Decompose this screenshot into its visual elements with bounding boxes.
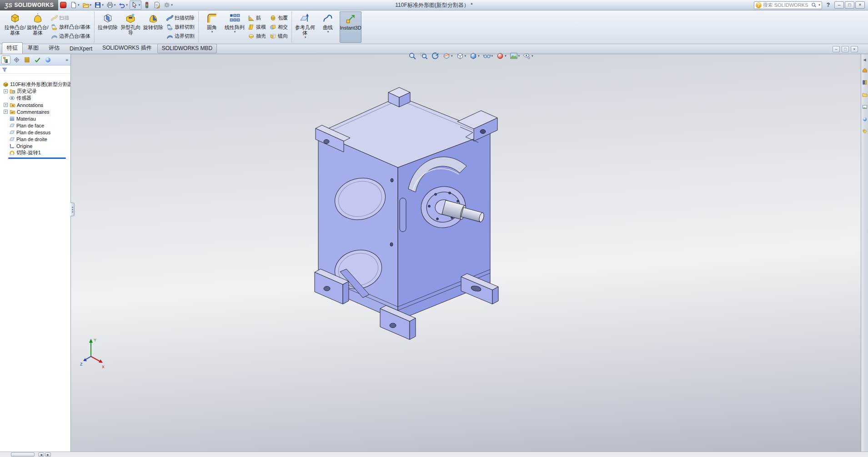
wrap-button[interactable]: 包覆 <box>268 14 289 23</box>
design-library-button[interactable] <box>862 80 868 86</box>
search-caret-icon[interactable]: ▾ <box>818 3 820 7</box>
hole-wizard-button[interactable]: 异型孔向导 <box>120 11 141 43</box>
tab-mbd[interactable]: SOLIDWORKS MBD <box>157 44 217 53</box>
tree-item-annotations[interactable]: + Annotations <box>0 102 70 108</box>
extrude-boss-button[interactable]: 拉伸凸台/基体 <box>4 11 26 43</box>
swept-boss-button[interactable]: 扫描 <box>50 14 92 23</box>
edit-appearance-button[interactable]: ▾ <box>496 52 507 60</box>
curves-button[interactable]: 曲线 ▾ <box>317 11 339 43</box>
rebuild-button[interactable] <box>142 0 151 10</box>
property-manager-tab[interactable] <box>12 56 21 64</box>
undo-button[interactable]: ▾ <box>117 0 129 10</box>
options-button[interactable]: ▾ <box>162 0 174 10</box>
lofted-cut-button[interactable]: 放样切割 <box>165 23 196 32</box>
search-input[interactable]: ? 搜索 SOLIDWORKS 帮助 ▾ <box>754 1 822 9</box>
scroll-right-icon[interactable]: ▶ <box>45 452 51 457</box>
maximize-button[interactable]: □ <box>845 1 854 9</box>
open-button[interactable]: ▾ <box>81 0 93 10</box>
section-view-button[interactable]: ▾ <box>442 52 453 60</box>
comments-folder-icon <box>10 109 15 115</box>
expander-icon[interactable]: + <box>4 110 8 114</box>
tree-item-sensors[interactable]: 传感器 <box>0 95 70 102</box>
close-button[interactable]: × <box>855 1 865 9</box>
search-icon[interactable] <box>811 2 817 8</box>
tab-addins[interactable]: SOLIDWORKS 插件 <box>97 42 157 54</box>
intersect-button[interactable]: 相交 <box>268 23 289 32</box>
feature-manager-tab[interactable] <box>1 56 10 64</box>
rib-button[interactable]: 筋 <box>246 14 267 23</box>
task-pane-collapse-icon[interactable]: ◀ <box>863 58 866 62</box>
lofted-boss-button[interactable]: 放样凸台/基体 <box>50 23 92 32</box>
swept-cut-button[interactable]: 扫描切除 <box>165 14 196 23</box>
new-document-button[interactable]: ▾ <box>69 0 80 10</box>
fillet-caret-icon[interactable]: ▾ <box>211 30 213 34</box>
tree-item-origin[interactable]: Origine <box>0 142 70 149</box>
draft-button[interactable]: 拔模 <box>246 23 267 32</box>
save-button[interactable]: ▾ <box>93 0 105 10</box>
display-style-button[interactable]: ▾ <box>469 52 480 60</box>
tree-item-front-plane[interactable]: Plan de face <box>0 122 70 129</box>
reference-geometry-button[interactable]: 参考几何体 ▾ <box>294 11 316 43</box>
panel-splitter-handle[interactable] <box>70 203 75 216</box>
mirror-button[interactable]: 镜向 <box>268 32 289 41</box>
document-close-icon[interactable]: × <box>851 46 858 52</box>
panel-overflow-button[interactable]: » <box>65 57 69 62</box>
configuration-manager-tab[interactable] <box>22 56 31 64</box>
tree-item-right-plane[interactable]: Plan de droite <box>0 136 70 142</box>
hide-show-items-button[interactable]: ▾ <box>483 52 493 60</box>
tree-item-comments[interactable]: + Commentaires <box>0 108 70 115</box>
scrollbar-thumb[interactable] <box>11 452 35 457</box>
graphics-area[interactable]: Y X Z <box>71 54 861 452</box>
view-palette-button[interactable] <box>862 104 868 111</box>
tab-dimxpert[interactable]: DimXpert <box>65 44 97 54</box>
tree-filter-row[interactable] <box>0 66 70 74</box>
expander-icon[interactable]: + <box>4 89 8 93</box>
revolve-boss-button[interactable]: 旋转凸台/基体 <box>27 11 49 43</box>
boundary-boss-button[interactable]: 边界凸台/基体 <box>50 32 92 41</box>
view-settings-button[interactable]: ▾ <box>523 52 533 60</box>
horizontal-scrollbar[interactable]: ◀ ▶ <box>0 452 868 457</box>
rollback-bar[interactable] <box>8 157 66 159</box>
tab-features[interactable]: 特征 <box>2 42 23 54</box>
boundary-cut-button[interactable]: 边界切割 <box>165 32 196 41</box>
tree-item-cut-revolve1[interactable]: 切除-旋转1 <box>0 149 70 156</box>
zoom-fit-button[interactable] <box>408 52 416 60</box>
instant3d-button[interactable]: Instant3D <box>340 11 361 43</box>
tab-evaluate[interactable]: 评估 <box>44 42 65 54</box>
file-properties-button[interactable] <box>152 0 161 10</box>
tab-sketch[interactable]: 草图 <box>23 42 44 54</box>
resources-button[interactable] <box>862 67 868 74</box>
linear-pattern-button[interactable]: 线性阵列 ▾ <box>224 11 246 43</box>
fillet-button[interactable]: 圆角 ▾ <box>201 11 223 43</box>
linear-pattern-caret-icon[interactable]: ▾ <box>234 30 236 34</box>
folder-icon <box>862 92 868 97</box>
help-button[interactable]: ? <box>825 2 832 8</box>
apply-scene-button[interactable]: ▾ <box>510 52 520 60</box>
reference-geometry-caret-icon[interactable]: ▾ <box>305 36 306 39</box>
revolve-cut-button[interactable]: 旋转切除 <box>142 11 164 43</box>
document-restore-icon[interactable]: □ <box>842 46 849 52</box>
expander-icon[interactable]: + <box>4 103 8 107</box>
tree-item-history[interactable]: + 历史记录 <box>0 88 70 95</box>
appearances-button[interactable] <box>862 117 868 123</box>
part-model-viewport[interactable]: Y X Z <box>71 54 861 452</box>
print-button[interactable]: ▾ <box>105 0 117 10</box>
scroll-left-icon[interactable]: ◀ <box>38 452 44 457</box>
zoom-area-button[interactable] <box>420 52 428 60</box>
minimize-button[interactable]: – <box>834 1 844 9</box>
previous-view-button[interactable] <box>431 52 439 60</box>
extrude-cut-button[interactable]: 拉伸切除 <box>97 11 119 43</box>
tree-root-item[interactable]: 110F标准外形图(新型分割器） <box>0 81 70 88</box>
custom-properties-button[interactable] <box>862 129 868 136</box>
dimxpert-manager-tab[interactable] <box>33 56 42 64</box>
shell-button[interactable]: 抽壳 <box>246 32 267 41</box>
tree-item-top-plane[interactable]: Plan de dessus <box>0 129 70 136</box>
file-explorer-button[interactable] <box>862 92 868 99</box>
display-manager-tab[interactable] <box>43 56 52 64</box>
tree-item-material[interactable]: Materiau <box>0 115 70 122</box>
document-minimize-icon[interactable]: – <box>833 46 840 52</box>
view-orientation-button[interactable]: ▾ <box>456 52 467 60</box>
select-button[interactable]: ▾ <box>130 0 142 10</box>
ribbon-group-features: 圆角 ▾ 线性阵列 ▾ 筋 拔模 抽壳 包覆 <box>198 11 291 43</box>
curves-caret-icon[interactable]: ▾ <box>327 30 329 34</box>
